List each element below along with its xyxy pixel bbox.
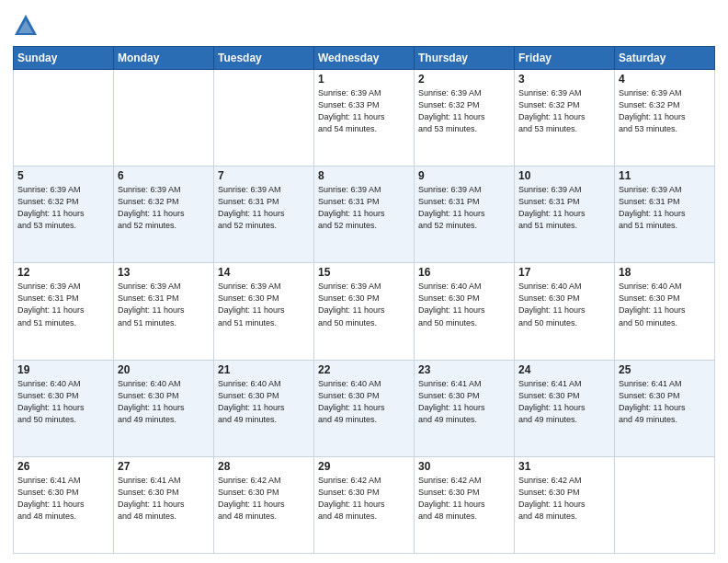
- calendar-cell: 26Sunrise: 6:41 AM Sunset: 6:30 PM Dayli…: [14, 456, 114, 553]
- calendar-cell: 23Sunrise: 6:41 AM Sunset: 6:30 PM Dayli…: [415, 360, 515, 456]
- day-info: Sunrise: 6:41 AM Sunset: 6:30 PM Dayligh…: [118, 475, 210, 523]
- day-number: 28: [218, 460, 310, 473]
- day-info: Sunrise: 6:39 AM Sunset: 6:30 PM Dayligh…: [318, 281, 410, 328]
- day-number: 13: [118, 266, 210, 279]
- day-info: Sunrise: 6:39 AM Sunset: 6:31 PM Dayligh…: [218, 184, 310, 232]
- day-number: 15: [318, 266, 410, 279]
- day-number: 29: [318, 460, 410, 473]
- day-info: Sunrise: 6:40 AM Sunset: 6:30 PM Dayligh…: [118, 378, 210, 426]
- header-cell-tuesday: Tuesday: [214, 47, 314, 70]
- calendar-cell: 30Sunrise: 6:42 AM Sunset: 6:30 PM Dayli…: [415, 456, 515, 553]
- day-info: Sunrise: 6:42 AM Sunset: 6:30 PM Dayligh…: [518, 475, 610, 523]
- day-number: 30: [418, 460, 510, 473]
- calendar-cell: 10Sunrise: 6:39 AM Sunset: 6:31 PM Dayli…: [515, 167, 615, 263]
- day-number: 12: [17, 266, 109, 279]
- calendar-cell: [114, 70, 214, 167]
- day-info: Sunrise: 6:42 AM Sunset: 6:30 PM Dayligh…: [318, 475, 410, 523]
- calendar-cell: 7Sunrise: 6:39 AM Sunset: 6:31 PM Daylig…: [214, 167, 314, 263]
- calendar-cell: [214, 70, 314, 167]
- day-number: 4: [619, 73, 711, 86]
- day-number: 14: [218, 266, 310, 279]
- calendar-cell: 28Sunrise: 6:42 AM Sunset: 6:30 PM Dayli…: [214, 456, 314, 553]
- week-row-4: 19Sunrise: 6:40 AM Sunset: 6:30 PM Dayli…: [14, 360, 715, 456]
- week-row-3: 12Sunrise: 6:39 AM Sunset: 6:31 PM Dayli…: [14, 263, 715, 360]
- calendar-cell: 5Sunrise: 6:39 AM Sunset: 6:32 PM Daylig…: [14, 167, 114, 263]
- header-cell-friday: Friday: [515, 47, 615, 70]
- calendar-cell: 27Sunrise: 6:41 AM Sunset: 6:30 PM Dayli…: [114, 456, 214, 553]
- calendar-cell: 20Sunrise: 6:40 AM Sunset: 6:30 PM Dayli…: [114, 360, 214, 456]
- day-info: Sunrise: 6:40 AM Sunset: 6:30 PM Dayligh…: [318, 378, 410, 426]
- calendar-cell: 21Sunrise: 6:40 AM Sunset: 6:30 PM Dayli…: [214, 360, 314, 456]
- day-info: Sunrise: 6:39 AM Sunset: 6:32 PM Dayligh…: [518, 87, 610, 135]
- day-info: Sunrise: 6:39 AM Sunset: 6:32 PM Dayligh…: [118, 184, 210, 232]
- week-row-2: 5Sunrise: 6:39 AM Sunset: 6:32 PM Daylig…: [14, 167, 715, 263]
- calendar-cell: 15Sunrise: 6:39 AM Sunset: 6:30 PM Dayli…: [314, 263, 415, 360]
- day-number: 9: [418, 169, 510, 182]
- day-info: Sunrise: 6:39 AM Sunset: 6:31 PM Dayligh…: [619, 184, 711, 232]
- week-row-1: 1Sunrise: 6:39 AM Sunset: 6:33 PM Daylig…: [14, 70, 715, 167]
- day-number: 23: [418, 363, 510, 376]
- day-info: Sunrise: 6:41 AM Sunset: 6:30 PM Dayligh…: [518, 378, 610, 426]
- day-number: 7: [218, 169, 310, 182]
- calendar-cell: [14, 70, 114, 167]
- header-cell-sunday: Sunday: [14, 47, 114, 70]
- calendar-cell: 3Sunrise: 6:39 AM Sunset: 6:32 PM Daylig…: [515, 70, 615, 167]
- day-number: 21: [218, 363, 310, 376]
- calendar-cell: 17Sunrise: 6:40 AM Sunset: 6:30 PM Dayli…: [515, 263, 615, 360]
- calendar-cell: 14Sunrise: 6:39 AM Sunset: 6:30 PM Dayli…: [214, 263, 314, 360]
- header-cell-thursday: Thursday: [415, 47, 515, 70]
- day-info: Sunrise: 6:40 AM Sunset: 6:30 PM Dayligh…: [418, 281, 510, 328]
- day-info: Sunrise: 6:41 AM Sunset: 6:30 PM Dayligh…: [17, 475, 109, 523]
- day-number: 25: [619, 363, 711, 376]
- day-number: 19: [17, 363, 109, 376]
- calendar-cell: 24Sunrise: 6:41 AM Sunset: 6:30 PM Dayli…: [515, 360, 615, 456]
- day-number: 17: [518, 266, 610, 279]
- calendar-cell: 4Sunrise: 6:39 AM Sunset: 6:32 PM Daylig…: [615, 70, 715, 167]
- day-info: Sunrise: 6:39 AM Sunset: 6:31 PM Dayligh…: [318, 184, 410, 232]
- calendar-header: SundayMondayTuesdayWednesdayThursdayFrid…: [14, 47, 715, 70]
- day-info: Sunrise: 6:40 AM Sunset: 6:30 PM Dayligh…: [518, 281, 610, 328]
- day-info: Sunrise: 6:40 AM Sunset: 6:30 PM Dayligh…: [218, 378, 310, 426]
- day-number: 16: [418, 266, 510, 279]
- day-number: 5: [17, 169, 109, 182]
- day-number: 1: [318, 73, 410, 86]
- day-number: 22: [318, 363, 410, 376]
- calendar-table: SundayMondayTuesdayWednesdayThursdayFrid…: [13, 46, 715, 554]
- day-info: Sunrise: 6:39 AM Sunset: 6:32 PM Dayligh…: [418, 87, 510, 135]
- calendar-cell: [615, 456, 715, 553]
- day-number: 6: [118, 169, 210, 182]
- day-number: 3: [518, 73, 610, 86]
- calendar-cell: 11Sunrise: 6:39 AM Sunset: 6:31 PM Dayli…: [615, 167, 715, 263]
- day-number: 26: [17, 460, 109, 473]
- day-info: Sunrise: 6:41 AM Sunset: 6:30 PM Dayligh…: [619, 378, 711, 426]
- day-info: Sunrise: 6:39 AM Sunset: 6:30 PM Dayligh…: [218, 281, 310, 328]
- logo: [13, 13, 42, 39]
- calendar-cell: 12Sunrise: 6:39 AM Sunset: 6:31 PM Dayli…: [14, 263, 114, 360]
- day-info: Sunrise: 6:42 AM Sunset: 6:30 PM Dayligh…: [218, 475, 310, 523]
- page: SundayMondayTuesdayWednesdayThursdayFrid…: [0, 0, 728, 563]
- day-number: 20: [118, 363, 210, 376]
- day-info: Sunrise: 6:39 AM Sunset: 6:31 PM Dayligh…: [118, 281, 210, 328]
- calendar-cell: 2Sunrise: 6:39 AM Sunset: 6:32 PM Daylig…: [415, 70, 515, 167]
- calendar-cell: 8Sunrise: 6:39 AM Sunset: 6:31 PM Daylig…: [314, 167, 415, 263]
- day-number: 11: [619, 169, 711, 182]
- calendar-cell: 13Sunrise: 6:39 AM Sunset: 6:31 PM Dayli…: [114, 263, 214, 360]
- calendar-cell: 16Sunrise: 6:40 AM Sunset: 6:30 PM Dayli…: [415, 263, 515, 360]
- day-number: 27: [118, 460, 210, 473]
- calendar-cell: 19Sunrise: 6:40 AM Sunset: 6:30 PM Dayli…: [14, 360, 114, 456]
- logo-icon: [13, 13, 39, 39]
- header-cell-wednesday: Wednesday: [314, 47, 415, 70]
- header-cell-monday: Monday: [114, 47, 214, 70]
- calendar-cell: 22Sunrise: 6:40 AM Sunset: 6:30 PM Dayli…: [314, 360, 415, 456]
- day-info: Sunrise: 6:39 AM Sunset: 6:31 PM Dayligh…: [17, 281, 109, 328]
- day-info: Sunrise: 6:39 AM Sunset: 6:31 PM Dayligh…: [518, 184, 610, 232]
- header-row: SundayMondayTuesdayWednesdayThursdayFrid…: [14, 47, 715, 70]
- day-info: Sunrise: 6:39 AM Sunset: 6:33 PM Dayligh…: [318, 87, 410, 135]
- day-number: 8: [318, 169, 410, 182]
- calendar-cell: 9Sunrise: 6:39 AM Sunset: 6:31 PM Daylig…: [415, 167, 515, 263]
- day-info: Sunrise: 6:40 AM Sunset: 6:30 PM Dayligh…: [619, 281, 711, 328]
- calendar-body: 1Sunrise: 6:39 AM Sunset: 6:33 PM Daylig…: [14, 70, 715, 554]
- header: [13, 9, 715, 39]
- day-info: Sunrise: 6:40 AM Sunset: 6:30 PM Dayligh…: [17, 378, 109, 426]
- calendar-cell: 18Sunrise: 6:40 AM Sunset: 6:30 PM Dayli…: [615, 263, 715, 360]
